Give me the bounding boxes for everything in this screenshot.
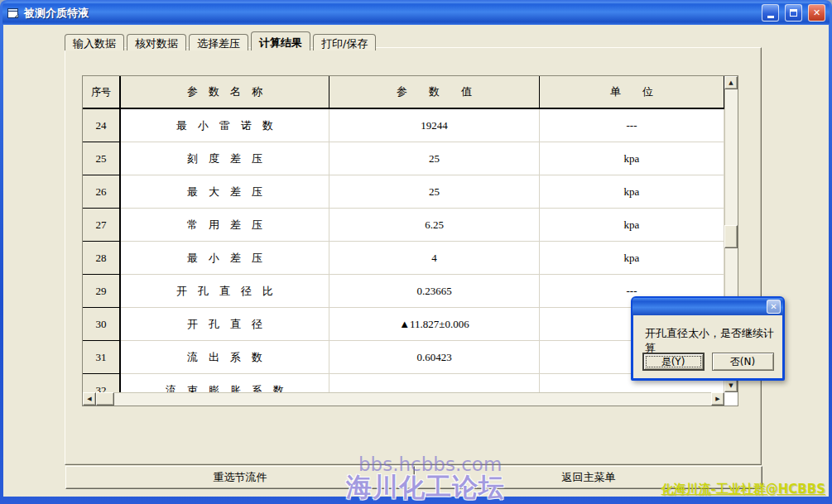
- cell-index: 31: [83, 341, 121, 374]
- table-row: 28最 小 差 压4kpa: [83, 242, 724, 275]
- scroll-up-button[interactable]: ▲: [724, 76, 738, 89]
- cell-param-value: 6.25: [329, 209, 540, 242]
- cell-index: 28: [83, 242, 121, 275]
- grid-body: 序号 参 数 名 称 参 数 值 单 位 24最 小 雷 诺 数19244---…: [83, 76, 724, 392]
- cell-unit: kpa: [540, 209, 724, 242]
- reselect-throttle-button[interactable]: 重选节流件: [65, 466, 415, 489]
- header-param-value: 参 数 值: [329, 76, 540, 109]
- close-icon: ✕: [813, 8, 820, 17]
- dialog-close-icon: ✕: [770, 302, 777, 311]
- table-row: 31流 出 系 数0.60423: [83, 341, 724, 374]
- cell-param-value: 0.23665: [329, 275, 540, 308]
- cell-index: 27: [83, 209, 121, 242]
- header-index: 序号: [83, 76, 121, 109]
- cell-index: 25: [83, 142, 121, 175]
- cell-param-name: 流 束 膨 胀 系 数: [121, 374, 329, 392]
- dialog-no-button[interactable]: 否(N): [712, 353, 774, 371]
- cell-param-value: [329, 374, 540, 392]
- cell-param-name: 流 出 系 数: [121, 341, 329, 374]
- table-row: 29开 孔 直 径 比0.23665---: [83, 275, 724, 308]
- dialog-yes-button[interactable]: 是(Y): [642, 353, 705, 371]
- window-titlebar: 被测介质特液 ✕: [2, 2, 830, 24]
- cell-index: 24: [83, 109, 121, 142]
- dialog-message: 开孔直径太小，是否继续计算: [645, 326, 776, 356]
- scroll-down-button[interactable]: ▼: [724, 379, 738, 392]
- cell-param-value: 0.60423: [329, 341, 540, 374]
- confirm-dialog: ✕ 开孔直径太小，是否继续计算 是(Y) 否(N): [631, 296, 785, 381]
- return-main-menu-button[interactable]: 返回主菜单: [415, 466, 762, 489]
- cell-param-name: 最 大 差 压: [121, 175, 329, 209]
- cell-param-value: ▲11.827±0.006: [329, 308, 540, 341]
- cell-unit: kpa: [540, 175, 724, 209]
- minimize-button[interactable]: [762, 4, 779, 22]
- window-icon: [7, 7, 20, 20]
- minimize-icon: [767, 16, 774, 18]
- dialog-close-button[interactable]: ✕: [767, 300, 781, 314]
- tab-select-dp[interactable]: 选择差压: [189, 34, 248, 50]
- maximize-icon: [790, 9, 797, 17]
- dialog-titlebar: ✕: [632, 298, 783, 315]
- cell-index: 26: [83, 175, 121, 209]
- scroll-down-icon: ▼: [729, 382, 733, 389]
- scroll-left-icon: ◀: [87, 396, 91, 402]
- cell-param-name: 开 孔 直 径 比: [121, 275, 329, 308]
- tab-input-data[interactable]: 输入数据: [65, 34, 124, 50]
- horizontal-scroll-thumb[interactable]: [96, 392, 114, 406]
- cell-param-value: 19244: [329, 109, 540, 142]
- dialog-buttons: 是(Y) 否(N): [633, 353, 782, 371]
- cell-param-value: 4: [329, 242, 540, 275]
- grid-header-row: 序号 参 数 名 称 参 数 值 单 位: [83, 76, 724, 109]
- cell-index: 32: [83, 374, 121, 392]
- tab-check-data[interactable]: 核对数据: [127, 34, 186, 50]
- vertical-scroll-thumb[interactable]: [724, 225, 738, 248]
- scroll-left-button[interactable]: ◀: [83, 392, 96, 406]
- cell-param-name: 开 孔 直 径: [121, 308, 329, 341]
- cell-unit: kpa: [540, 142, 724, 175]
- client-area: 输入数据核对数据选择差压计算结果打印/保存 序号 参 数 名 称 参 数 值 单…: [3, 25, 829, 497]
- cell-unit: kpa: [540, 242, 724, 275]
- table-row: 30开 孔 直 径▲11.827±0.006: [83, 308, 724, 341]
- cell-param-value: 25: [329, 142, 540, 175]
- table-row: 26最 大 差 压25kpa: [83, 175, 724, 209]
- header-param-name: 参 数 名 称: [121, 76, 329, 109]
- table-row: 32流 束 膨 胀 系 数: [83, 374, 724, 392]
- scroll-right-icon: ▶: [715, 396, 719, 402]
- maximize-button[interactable]: [785, 4, 802, 22]
- scroll-up-icon: ▲: [729, 79, 733, 86]
- close-button[interactable]: ✕: [808, 4, 825, 22]
- cell-unit: ---: [540, 109, 724, 142]
- header-unit: 单 位: [540, 76, 724, 109]
- app-window: 被测介质特液 ✕ 输入数据核对数据选择差压计算结果打印/保存 序号 参 数 名 …: [0, 0, 832, 504]
- tab-calc-result[interactable]: 计算结果: [251, 31, 310, 50]
- tab-print-save[interactable]: 打印/保存: [313, 34, 376, 50]
- horizontal-scrollbar[interactable]: ◀ ▶: [83, 392, 724, 406]
- tab-strip: 输入数据核对数据选择差压计算结果打印/保存: [65, 31, 378, 50]
- cell-index: 30: [83, 308, 121, 341]
- table-row: 27常 用 差 压6.25kpa: [83, 209, 724, 242]
- grid-rows: 24最 小 雷 诺 数19244---25刻 度 差 压25kpa26最 大 差…: [83, 109, 724, 392]
- cell-param-name: 刻 度 差 压: [121, 142, 329, 175]
- window-title: 被测介质特液: [24, 6, 756, 21]
- table-row: 24最 小 雷 诺 数19244---: [83, 109, 724, 142]
- cell-param-name: 最 小 雷 诺 数: [121, 109, 329, 142]
- cell-index: 29: [83, 275, 121, 308]
- cell-param-value: 25: [329, 175, 540, 209]
- scroll-right-button[interactable]: ▶: [711, 392, 724, 406]
- cell-param-name: 常 用 差 压: [121, 209, 329, 242]
- table-row: 25刻 度 差 压25kpa: [83, 142, 724, 175]
- cell-param-name: 最 小 差 压: [121, 242, 329, 275]
